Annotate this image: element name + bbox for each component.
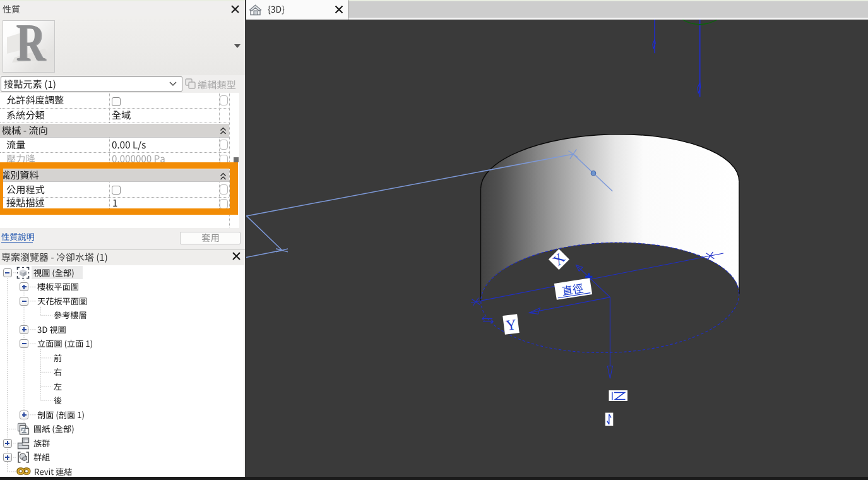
- svg-text:R: R: [16, 21, 45, 72]
- svg-text:Y: Y: [505, 316, 518, 333]
